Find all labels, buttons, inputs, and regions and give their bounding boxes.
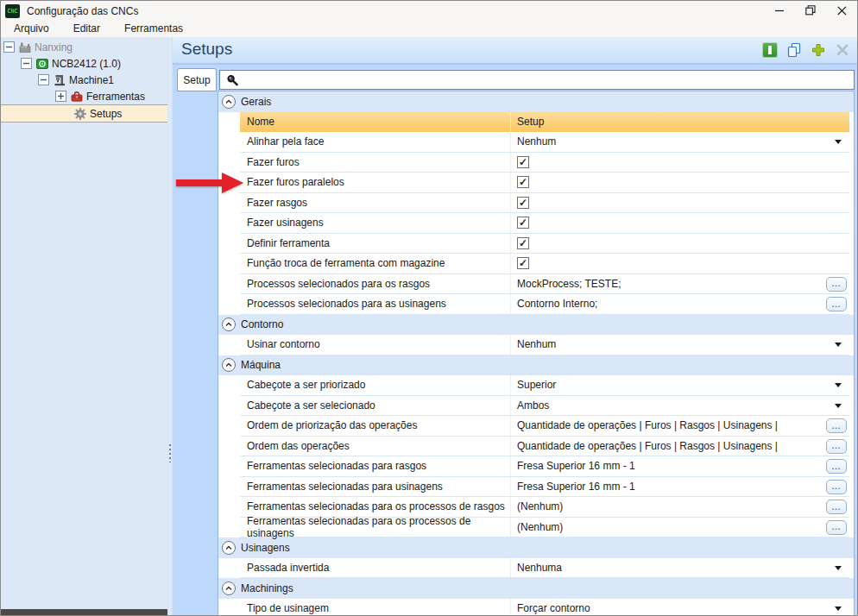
collapse-toggle-icon[interactable]	[38, 74, 49, 85]
dropdown-value: Nenhum	[517, 135, 556, 148]
tree-item-ferramentas[interactable]: Ferramentas	[1, 88, 167, 104]
copy-button[interactable]	[785, 41, 803, 59]
restore-icon	[805, 5, 816, 16]
grid-row-processos-selecionados-para-as-usinagens[interactable]: Processos selecionados para as usinagens…	[240, 294, 849, 315]
grid-row-funcao-troca-de-ferramenta-com-magazine[interactable]: Função troca de ferramenta com magazine✓	[240, 254, 849, 274]
panel-header: Setups	[173, 37, 857, 65]
dropdown-arrow-icon[interactable]	[835, 607, 842, 611]
grid-row-usinar-contorno[interactable]: Usinar contornoNenhum	[240, 335, 849, 355]
dropdown-alinhar-pela-face[interactable]: Nenhum	[510, 132, 849, 152]
grid-row-fazer-usinagens[interactable]: Fazer usinagens✓	[240, 213, 849, 234]
grid-row-passada-invertida[interactable]: Passada invertidaNenhuma	[240, 558, 849, 579]
ellipsis-button-ferramentas-selecionadas-para-os-processos-de-usinagens[interactable]: ...	[826, 520, 847, 535]
grid-row-ferramentas-selecionadas-para-os-processos-de-usinagens[interactable]: Ferramentas selecionadas para os process…	[240, 518, 849, 538]
column-header-nome[interactable]: Nome	[240, 112, 510, 133]
dropdown-cabecote-a-ser-selecionado[interactable]: Ambos	[510, 396, 849, 416]
section-header-usinagens[interactable]: Usinagens	[218, 537, 854, 558]
search-input[interactable]	[220, 71, 854, 89]
grid-row-tipo-de-usinagem[interactable]: Tipo de usinagemForçar contorno	[240, 599, 849, 616]
dropdown-arrow-icon[interactable]	[835, 343, 842, 347]
dropdown-tipo-de-usinagem[interactable]: Forçar contorno	[510, 599, 849, 616]
section-header-machinings[interactable]: Machinings	[218, 578, 854, 599]
remove-button[interactable]	[834, 41, 851, 59]
grid-row-fazer-furos-paralelos[interactable]: Fazer furos paralelos✓	[240, 173, 849, 193]
tree-item-machine1[interactable]: Machine1	[1, 72, 167, 88]
dropdown-passada-invertida[interactable]: Nenhuma	[510, 558, 849, 578]
grid-row-ferramentas-selecionadas-para-usinagens[interactable]: Ferramentas selecionadas para usinagensF…	[240, 477, 849, 498]
collapse-toggle-icon[interactable]	[3, 41, 15, 53]
menu-item-editar[interactable]: Editar	[61, 21, 112, 36]
chevron-up-icon[interactable]	[222, 317, 236, 331]
property-label: Fazer usinagens	[240, 213, 510, 233]
dropdown-arrow-icon[interactable]	[835, 404, 842, 408]
dropdown-arrow-icon[interactable]	[835, 140, 842, 144]
ellipsis-button-processos-selecionados-para-as-usinagens[interactable]: ...	[826, 297, 847, 311]
section-header-maquina[interactable]: Máquina	[218, 355, 854, 376]
tree-item-nanxing[interactable]: Nanxing	[1, 39, 167, 55]
dropdown-usinar-contorno[interactable]: Nenhum	[510, 335, 849, 355]
grid-row-ferramentas-selecionadas-para-rasgos[interactable]: Ferramentas selecionadas para rasgosFres…	[240, 456, 849, 477]
section-title: Contorno	[241, 318, 283, 330]
checkbox-fazer-furos-paralelos[interactable]: ✓	[517, 176, 529, 188]
minimize-icon	[775, 6, 785, 16]
checkbox-fazer-rasgos[interactable]: ✓	[517, 197, 529, 209]
tab-setup[interactable]: Setup	[177, 68, 217, 91]
chevron-up-icon[interactable]	[222, 95, 236, 109]
section-title: Machinings	[241, 582, 293, 594]
expand-toggle-icon[interactable]	[55, 91, 66, 102]
tree-item-label: Setups	[90, 107, 122, 120]
search-box	[219, 70, 855, 90]
checkbox-fazer-usinagens[interactable]: ✓	[517, 217, 529, 229]
grid-row-fazer-rasgos[interactable]: Fazer rasgos✓	[240, 193, 849, 214]
field-value: (Nenhum)	[517, 500, 563, 512]
grid-row-fazer-furos[interactable]: Fazer furos✓	[240, 153, 849, 173]
add-button[interactable]	[810, 41, 827, 59]
ellipsis-button-ordem-de-priorizacao-das-operacoes[interactable]: ...	[826, 418, 847, 433]
property-label: Fazer rasgos	[240, 193, 510, 213]
field-value: (Nenhum)	[517, 521, 563, 533]
chevron-up-icon[interactable]	[222, 581, 236, 595]
grid-row-processos-selecionados-para-os-rasgos[interactable]: Processos selecionados para os rasgosMoc…	[240, 274, 849, 295]
grid-row-ordem-das-operacoes[interactable]: Ordem das operaçõesQuantidade de operaçõ…	[240, 437, 849, 457]
ellipsis-button-ordem-das-operacoes[interactable]: ...	[826, 439, 847, 454]
collapse-toggle-icon[interactable]	[21, 58, 32, 69]
section-header-gerais[interactable]: Gerais	[218, 91, 854, 112]
apply-button[interactable]	[761, 41, 779, 59]
restore-button[interactable]	[795, 2, 826, 19]
chevron-up-icon[interactable]	[222, 541, 236, 555]
menu-item-arquivo[interactable]: Arquivo	[2, 21, 61, 36]
chevron-up-icon[interactable]	[222, 358, 236, 372]
grid-row-cabecote-a-ser-selecionado[interactable]: Cabeçote a ser selecionadoAmbos	[240, 396, 849, 417]
tree-item-ncb2412-1-0[interactable]: NCB2412 (1.0)	[1, 55, 167, 72]
red-arrow-shaft	[176, 179, 222, 186]
column-header-setup[interactable]: Setup	[510, 112, 849, 133]
toolbox-icon	[70, 90, 84, 104]
section-header-contorno[interactable]: Contorno	[218, 315, 854, 336]
checkbox-definir-ferramenta[interactable]: ✓	[517, 237, 529, 249]
grid-row-definir-ferramenta[interactable]: Definir ferramenta✓	[240, 234, 849, 255]
grid-row-ordem-de-priorizacao-das-operacoes[interactable]: Ordem de priorização das operaçõesQuanti…	[240, 416, 849, 437]
window-body: NanxingNCB2412 (1.0)Machine1FerramentasS…	[1, 37, 857, 615]
ellipsis-button-processos-selecionados-para-os-rasgos[interactable]: ...	[826, 277, 847, 292]
dropdown-cabecote-a-ser-priorizado[interactable]: Superior	[510, 375, 849, 395]
minimize-button[interactable]	[764, 2, 795, 19]
grid-row-cabecote-a-ser-priorizado[interactable]: Cabeçote a ser priorizadoSuperior	[240, 375, 849, 396]
property-value: ✓	[510, 234, 849, 254]
ellipsis-button-ferramentas-selecionadas-para-rasgos[interactable]: ...	[826, 459, 847, 474]
ellipsis-button-ferramentas-selecionadas-para-usinagens[interactable]: ...	[826, 480, 847, 494]
checkbox-funcao-troca-de-ferramenta-com-magazine[interactable]: ✓	[517, 257, 529, 269]
dropdown-arrow-icon[interactable]	[835, 383, 842, 387]
annotation-red-arrow	[176, 173, 243, 193]
ellipsis-button-ferramentas-selecionadas-para-os-processos-de-rasgos[interactable]: ...	[826, 500, 847, 514]
grid-row-alinhar-pela-face[interactable]: Alinhar pela faceNenhum	[240, 132, 849, 153]
dropdown-arrow-icon[interactable]	[835, 566, 842, 570]
checkbox-fazer-furos[interactable]: ✓	[517, 156, 529, 168]
property-value: Contorno Interno;...	[510, 294, 849, 314]
page-title: Setups	[181, 40, 232, 59]
menu-item-ferramentas[interactable]: Ferramentas	[112, 21, 195, 36]
property-value: (Nenhum)...	[510, 497, 849, 517]
tab-setup-label: Setup	[183, 74, 210, 86]
close-button[interactable]	[826, 2, 857, 19]
tree-item-setups[interactable]: Setups	[1, 104, 167, 123]
property-label: Cabeçote a ser priorizado	[240, 375, 510, 395]
